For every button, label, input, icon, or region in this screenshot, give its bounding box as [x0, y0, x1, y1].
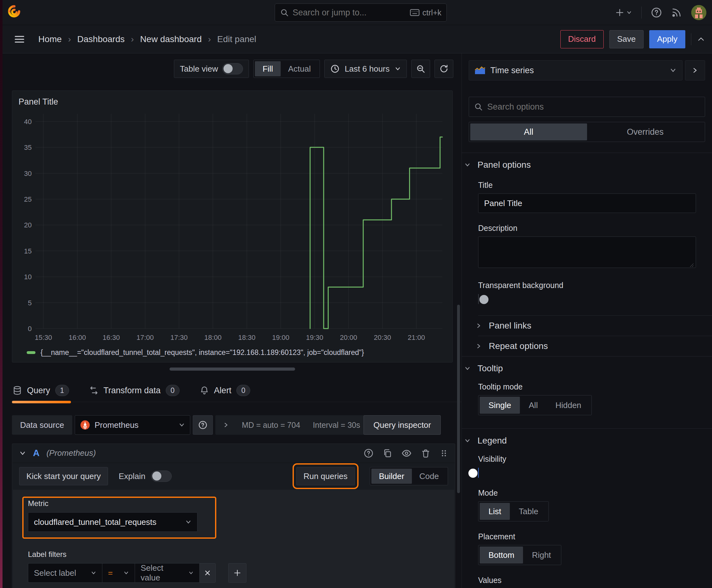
eye-icon[interactable]: [402, 448, 412, 458]
metric-select[interactable]: cloudflared_tunnel_total_requests: [28, 512, 197, 532]
visualization-picker[interactable]: Time series: [469, 60, 683, 80]
toggle-viz-picker-button[interactable]: [685, 60, 705, 80]
chevron-down-icon: [670, 67, 676, 74]
svg-text:20:30: 20:30: [374, 334, 391, 341]
tab-all[interactable]: All: [470, 123, 587, 141]
actual-option[interactable]: Actual: [281, 61, 318, 76]
legend-visibility-toggle[interactable]: [478, 468, 479, 478]
panel-view-toolbar: Table view Fill Actual Last 6 hours: [174, 60, 453, 78]
help-button[interactable]: [651, 7, 662, 18]
avatar[interactable]: [691, 5, 706, 20]
duplicate-icon[interactable]: [383, 448, 392, 458]
menu-icon[interactable]: [14, 34, 25, 45]
prometheus-logo: [80, 420, 90, 430]
legend-placement-label: Placement: [478, 532, 712, 541]
add-filter-button[interactable]: [228, 563, 246, 583]
grafana-logo-icon[interactable]: [7, 4, 21, 21]
section-panel-links[interactable]: Panel links: [476, 316, 710, 336]
table-view-toggle[interactable]: [222, 63, 243, 75]
panel-title-input[interactable]: [478, 193, 696, 213]
save-button[interactable]: Save: [609, 30, 644, 48]
zoom-out-icon: [416, 64, 425, 74]
select-value-dropdown[interactable]: Select value: [135, 563, 199, 583]
query-inspector-button[interactable]: Query inspector: [364, 415, 441, 435]
options-search[interactable]: [469, 97, 705, 117]
section-title: Panel links: [489, 321, 531, 331]
fill-option[interactable]: Fill: [255, 61, 280, 76]
help-icon[interactable]: [364, 448, 373, 458]
options-search-input[interactable]: [487, 102, 700, 112]
run-queries-button[interactable]: Run queries: [296, 467, 355, 485]
builder-option[interactable]: Builder: [371, 469, 412, 484]
section-title: Legend: [477, 436, 507, 446]
series-label: {__name__="cloudflared_tunnel_total_requ…: [41, 348, 364, 357]
chevron-right-icon[interactable]: [223, 422, 229, 428]
legend-placement-right[interactable]: Right: [523, 547, 560, 564]
transparent-background-toggle[interactable]: [478, 294, 479, 304]
section-repeat-options[interactable]: Repeat options: [476, 336, 710, 356]
time-range-label: Last 6 hours: [345, 64, 390, 74]
chevron-down-icon[interactable]: [19, 450, 26, 457]
section-panel-options[interactable]: Panel options: [464, 160, 710, 170]
section-tooltip[interactable]: Tooltip: [464, 363, 710, 374]
svg-text:15:30: 15:30: [35, 334, 52, 341]
resize-handle-icon[interactable]: [689, 262, 694, 268]
chart-legend[interactable]: {__name__="cloudflared_tunnel_total_requ…: [27, 348, 447, 357]
select-label-dropdown[interactable]: Select label: [28, 563, 102, 583]
time-series-chart[interactable]: 051015202530354015:3016:0016:3017:0017:3…: [18, 109, 447, 344]
visualization-name: Time series: [490, 66, 534, 76]
svg-text:5: 5: [28, 299, 32, 307]
news-button[interactable]: [671, 7, 682, 18]
discard-button[interactable]: Discard: [560, 30, 604, 48]
chart-type-icon: [475, 66, 486, 75]
description-textarea[interactable]: [478, 236, 696, 268]
explain-toggle[interactable]: [151, 470, 172, 482]
global-search[interactable]: ctrl+k: [275, 3, 447, 22]
promql-builder: Metric cloudflared_tunnel_total_requests…: [13, 490, 454, 588]
time-range-picker[interactable]: Last 6 hours: [324, 60, 407, 78]
search-input[interactable]: [293, 8, 410, 18]
panel-title: Panel Title: [19, 97, 447, 107]
max-data-points-stat: MD = auto = 704: [242, 421, 300, 430]
datasource-help-button[interactable]: [193, 415, 213, 435]
refresh-button[interactable]: [434, 60, 453, 78]
query-editor-panel: A (Prometheus) Kick start your: [12, 443, 455, 588]
tab-query[interactable]: Query 1: [12, 385, 71, 402]
code-option[interactable]: Code: [412, 469, 447, 484]
panel-options-pane: Time series All Overrides Panel options …: [461, 54, 712, 588]
svg-text:16:30: 16:30: [103, 334, 120, 341]
legend-mode-list[interactable]: List: [480, 503, 510, 520]
tooltip-mode-all[interactable]: All: [520, 397, 546, 414]
section-legend[interactable]: Legend: [464, 436, 710, 446]
new-menu-button[interactable]: [615, 8, 632, 17]
query-row-header[interactable]: A (Prometheus): [12, 444, 455, 463]
breadcrumb-home[interactable]: Home: [38, 34, 62, 44]
tab-overrides[interactable]: Overrides: [587, 123, 704, 141]
remove-filter-button[interactable]: [199, 563, 216, 583]
tab-transform-data[interactable]: Transform data 0: [88, 385, 181, 402]
left-pane-scrollbar[interactable]: [457, 305, 460, 493]
collapse-header-button[interactable]: [697, 35, 705, 43]
zoom-out-button[interactable]: [411, 60, 430, 78]
legend-placement-bottom[interactable]: Bottom: [480, 547, 523, 564]
breadcrumb-new-dashboard[interactable]: New dashboard: [140, 34, 201, 44]
edit-panel-left-pane: Table view Fill Actual Last 6 hours Pane…: [0, 54, 461, 588]
drag-handle-icon[interactable]: [440, 449, 448, 457]
trash-icon[interactable]: [421, 448, 430, 458]
chevron-right-icon: [476, 343, 482, 349]
legend-placement-group: Bottom Right: [478, 545, 561, 565]
tooltip-mode-hidden[interactable]: Hidden: [546, 397, 590, 414]
operator-dropdown[interactable]: =: [102, 563, 135, 583]
kick-start-button[interactable]: Kick start your query: [19, 467, 108, 485]
datasource-picker[interactable]: Prometheus: [75, 415, 190, 435]
tooltip-mode-single[interactable]: Single: [480, 397, 520, 414]
breadcrumb-dashboards[interactable]: Dashboards: [77, 34, 125, 44]
tab-alert[interactable]: Alert 0: [199, 385, 253, 402]
metric-value: cloudflared_tunnel_total_requests: [34, 517, 156, 527]
apply-button[interactable]: Apply: [649, 30, 685, 48]
svg-text:20: 20: [24, 221, 32, 229]
pane-resize-handle[interactable]: [170, 368, 295, 371]
svg-text:20:00: 20:00: [340, 334, 357, 341]
breadcrumb: Home › Dashboards › New dashboard › Edit…: [38, 34, 256, 44]
legend-mode-table[interactable]: Table: [510, 503, 547, 520]
